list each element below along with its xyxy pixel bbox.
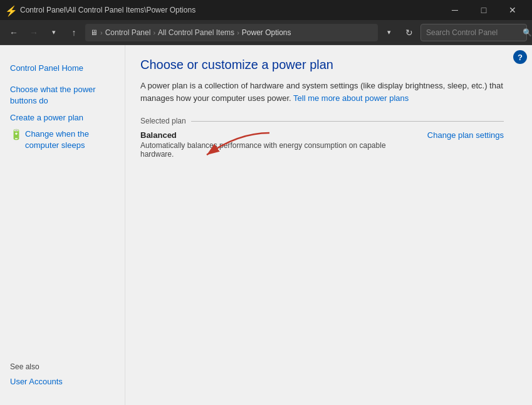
selected-plan-header: Selected plan [140,117,504,125]
breadcrumb[interactable]: 🖥 › Control Panel › All Control Panel It… [85,24,378,41]
plan-entry: Balanced Automatically balances performa… [140,130,504,159]
breadcrumb-icon: 🖥 [90,28,98,37]
sidebar-inner: Control Panel Home Choose what the power… [0,53,125,397]
forward-button[interactable]: → [25,24,43,41]
content-area: ? Choose or customize a power plan A pow… [125,45,532,405]
nav-bar: ← → ▾ ↑ 🖥 › Control Panel › All Control … [0,20,532,45]
sidebar-item-power-buttons[interactable]: Choose what the power buttons do [0,82,125,109]
sidebar-nav: Control Panel Home Choose what the power… [0,53,125,355]
description-link[interactable]: Tell me more about power plans [293,93,409,103]
breadcrumb-current: Power Options [242,28,291,37]
title-bar: ⚡ Control Panel\All Control Panel Items\… [0,0,532,20]
description: A power plan is a collection of hardware… [140,80,504,104]
breadcrumb-control-panel[interactable]: Control Panel [105,28,151,37]
address-dropdown-button[interactable]: ▾ [380,24,398,41]
sidebar-item-sleep[interactable]: 🔋 Change when the computer sleeps [0,126,125,154]
window-title: Control Panel\All Control Panel Items\Po… [20,6,196,14]
back-button[interactable]: ← [5,24,23,41]
plan-name: Balanced [140,130,415,140]
sidebar-user-accounts[interactable]: User Accounts [10,374,115,390]
main-container: Control Panel Home Choose what the power… [0,45,532,405]
history-dropdown-button[interactable]: ▾ [45,24,63,41]
search-input[interactable] [426,28,520,37]
breadcrumb-all-items[interactable]: All Control Panel Items [158,28,234,37]
search-box[interactable]: 🔍 [420,24,527,41]
minimize-button[interactable]: ─ [441,0,469,20]
up-button[interactable]: ↑ [65,24,83,41]
sleep-icon: 🔋 [10,129,23,140]
search-icon: 🔍 [523,28,532,37]
selected-plan-label: Selected plan [140,117,186,125]
sidebar-item-sleep-label[interactable]: Change when the computer sleeps [25,129,115,151]
see-also-label: See also [10,362,115,371]
selected-plan-section: Selected plan Balanced Automatically bal… [140,117,504,159]
plan-description: Automatically balances performance with … [140,141,415,159]
refresh-button[interactable]: ↻ [400,24,418,41]
sidebar-item-create-plan[interactable]: Create a power plan [0,110,125,126]
sidebar-footer: See also User Accounts [0,355,125,397]
title-bar-left: ⚡ Control Panel\All Control Panel Items\… [5,5,196,15]
sidebar-item-home[interactable]: Control Panel Home [0,60,125,76]
maximize-button[interactable]: □ [469,0,498,20]
selected-plan-divider [191,121,504,122]
change-plan-settings-link[interactable]: Change plan settings [415,130,504,140]
window-controls: ─ □ ✕ [441,0,527,20]
help-button[interactable]: ? [513,50,527,64]
plan-info: Balanced Automatically balances performa… [140,130,415,159]
sidebar: Control Panel Home Choose what the power… [0,45,125,405]
page-title: Choose or customize a power plan [140,58,517,72]
app-icon: ⚡ [5,5,15,15]
close-button[interactable]: ✕ [498,0,527,20]
